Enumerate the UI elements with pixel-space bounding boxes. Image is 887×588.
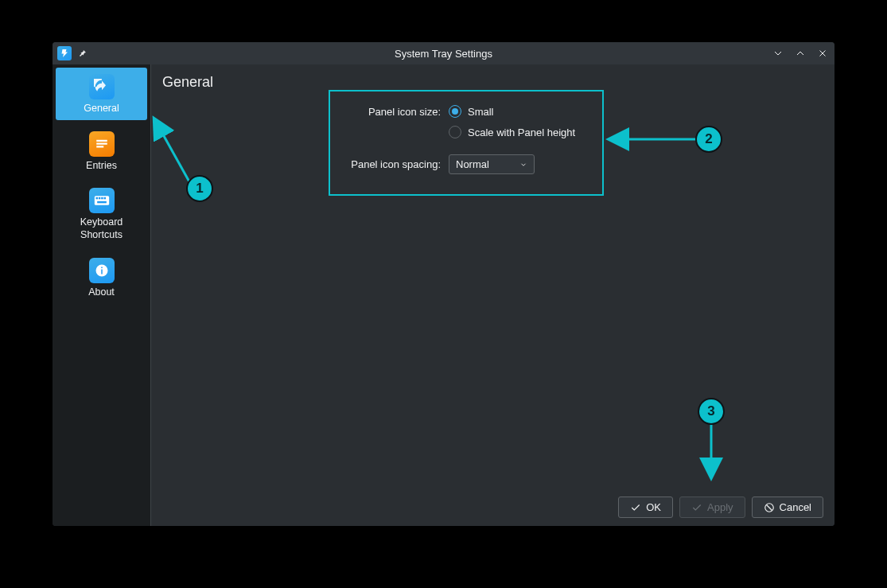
- sidebar-item-about[interactable]: About: [56, 251, 147, 304]
- sidebar-item-general[interactable]: General: [56, 68, 147, 120]
- svg-rect-7: [101, 269, 103, 274]
- svg-rect-8: [101, 267, 103, 268]
- cancel-button[interactable]: Cancel: [752, 496, 823, 518]
- check-icon: [691, 502, 702, 513]
- svg-rect-1: [95, 197, 98, 200]
- minimize-button[interactable]: [771, 46, 785, 60]
- pin-icon[interactable]: [78, 49, 88, 58]
- annotation-badge-2: 2: [695, 126, 722, 153]
- sidebar-item-label: Keyboard Shortcuts: [80, 216, 123, 241]
- keyboard-icon: [89, 188, 115, 213]
- page-title: General: [162, 74, 823, 91]
- annotation-badge-3: 3: [698, 398, 725, 425]
- sidebar: General Entries Keyboard Shortcuts About: [53, 64, 150, 526]
- general-icon: [89, 74, 115, 99]
- sidebar-item-label: General: [84, 103, 119, 115]
- annotation-box-2: [329, 90, 604, 196]
- button-label: Cancel: [780, 501, 811, 513]
- svg-rect-3: [101, 197, 103, 200]
- sidebar-item-label: About: [88, 286, 115, 299]
- button-label: OK: [646, 501, 661, 513]
- sidebar-item-keyboard-shortcuts[interactable]: Keyboard Shortcuts: [56, 181, 147, 246]
- maximize-button[interactable]: [793, 46, 807, 60]
- sidebar-item-label: Entries: [86, 160, 117, 173]
- svg-rect-5: [97, 201, 107, 204]
- cancel-icon: [764, 502, 775, 513]
- ok-button[interactable]: OK: [618, 496, 673, 518]
- check-icon: [630, 502, 641, 513]
- close-button[interactable]: [815, 46, 830, 60]
- svg-rect-4: [103, 197, 106, 200]
- entries-icon: [89, 131, 115, 157]
- window-title: System Tray Settings: [395, 48, 492, 60]
- button-label: Apply: [707, 501, 733, 513]
- titlebar[interactable]: System Tray Settings: [53, 42, 834, 64]
- app-icon: [57, 46, 72, 60]
- apply-button: Apply: [679, 496, 745, 518]
- sidebar-item-entries[interactable]: Entries: [56, 125, 147, 177]
- info-icon: [89, 258, 115, 283]
- annotation-badge-1: 1: [186, 175, 213, 202]
- svg-rect-2: [98, 197, 100, 200]
- dialog-buttons: OK Apply Cancel: [162, 489, 823, 518]
